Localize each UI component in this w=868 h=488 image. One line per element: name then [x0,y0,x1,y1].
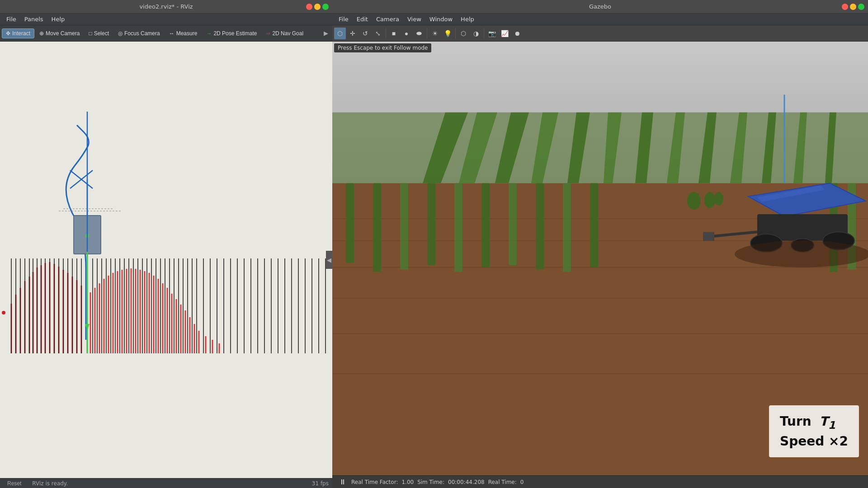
gz-translate-tool[interactable]: ✛ [347,28,359,39]
move-camera-icon: ⊕ [39,30,44,37]
measure-label: Measure [176,30,198,37]
gazebo-menu-file[interactable]: File [335,15,352,23]
tool-interact[interactable]: ✥ Interact [2,28,34,38]
rviz-menu-help[interactable]: Help [48,15,69,23]
overlay-turn-line: Turn T1 [780,413,848,432]
rviz-max-btn[interactable] [322,4,329,10]
gazebo-title-bar: Gazebo [332,0,868,14]
tool-move-camera[interactable]: ⊕ Move Camera [35,28,84,38]
overlay-speed-line: Speed ×2 [780,432,848,450]
gz-light-tool[interactable]: 💡 [442,28,453,39]
svg-rect-141 [346,183,354,263]
real-time-value: 0 [520,479,524,485]
select-icon: □ [89,30,92,37]
gz-record-tool[interactable]: ⏺ [511,28,523,39]
toolbar-expand-arrow[interactable]: ▶ [321,28,330,38]
rviz-toggle-panel[interactable]: ◀ [326,251,332,269]
real-time-factor-label: Real Time Factor: [351,479,398,485]
gazebo-menu-bar: File Edit Camera View Window Help [332,14,868,25]
turn-speed-overlay: Turn T1 Speed ×2 [769,405,859,457]
gazebo-menu-edit[interactable]: Edit [353,15,372,23]
rviz-win-controls [306,4,329,10]
gazebo-toolbar: ⬡ ✛ ↺ ⤡ ■ ● ⬬ ☀ 💡 ⬡ ◑ 📷 📈 ⏺ [332,25,868,42]
tool-focus-camera[interactable]: ◎ Focus Camera [114,28,164,38]
nav-goal-label: 2D Nav Goal [272,30,303,37]
gazebo-menu-view[interactable]: View [404,15,425,23]
interact-label: Interact [12,30,30,37]
rviz-status-bar: Reset RViz is ready. 31 fps [0,478,332,488]
gz-cylinder-tool[interactable]: ⬬ [413,28,425,39]
sim-time-label: Sim Time: [417,479,444,485]
svg-point-118 [2,311,5,314]
gz-sun-tool[interactable]: ☀ [429,28,441,39]
overlay-turn-label: Turn [780,414,811,429]
tool-pose-estimate[interactable]: → 2D Pose Estimate [202,28,261,38]
tool-select[interactable]: □ Select [85,28,113,38]
rviz-viewport[interactable]: ◀ [0,42,332,478]
gazebo-close-btn[interactable] [842,4,848,10]
gz-sep1 [386,28,386,39]
gz-scale-tool[interactable]: ⤡ [372,28,384,39]
rviz-menu-bar: File Panels Help [0,14,332,25]
rviz-min-btn[interactable] [314,4,321,10]
svg-rect-147 [509,183,517,265]
pose-estimate-icon: → [206,30,212,37]
gz-sep2 [427,28,427,39]
real-time-factor-value: 1.00 [401,479,414,485]
svg-point-164 [704,192,715,208]
rviz-close-btn[interactable] [306,4,312,10]
gazebo-status-bar: ⏸ Real Time Factor: 1.00 Sim Time: 00:00… [332,475,868,488]
gazebo-menu-help[interactable]: Help [457,15,478,23]
svg-rect-142 [373,183,381,272]
svg-rect-145 [454,183,462,272]
gazebo-viewport[interactable]: Press Escape to exit Follow mode [332,42,868,475]
pose-estimate-label: 2D Pose Estimate [213,30,257,37]
gz-sphere-tool[interactable]: ● [401,28,412,39]
svg-rect-150 [590,183,598,267]
svg-rect-144 [427,183,435,265]
gz-plot-tool[interactable]: 📈 [499,28,510,39]
rviz-svg [0,42,332,367]
gz-rotate-tool[interactable]: ↺ [359,28,371,39]
gz-sep4 [484,28,484,39]
svg-rect-143 [400,183,408,269]
svg-rect-149 [563,183,571,272]
gazebo-max-btn[interactable] [858,4,864,10]
gazebo-window: Gazebo File Edit Camera View Window Help… [332,0,868,488]
gazebo-min-btn[interactable] [850,4,856,10]
focus-camera-label: Focus Camera [124,30,160,37]
real-time-label: Real Time: [488,479,517,485]
svg-point-165 [714,192,723,205]
gazebo-win-controls [842,4,864,10]
gz-box-tool[interactable]: ■ [388,28,400,39]
select-label: Select [94,30,109,37]
gz-shadows-tool[interactable]: ◑ [470,28,482,39]
measure-icon: ↔ [169,30,175,37]
gazebo-menu-window[interactable]: Window [426,15,456,23]
rviz-window: video2.rviz* - RViz File Panels Help ✥ I… [0,0,332,488]
gazebo-menu-camera[interactable]: Camera [373,15,403,23]
rviz-menu-panels[interactable]: Panels [21,15,47,23]
svg-point-162 [735,241,868,267]
svg-rect-120 [332,113,868,183]
svg-rect-146 [481,183,490,267]
rviz-fps: 31 fps [312,480,329,487]
rviz-menu-file[interactable]: File [3,15,20,23]
overlay-t1-label: T1 [820,414,835,429]
gz-select-tool[interactable]: ⬡ [334,28,346,39]
move-camera-label: Move Camera [46,30,80,37]
nav-goal-icon: ⇒ [266,30,270,37]
rviz-title-bar: video2.rviz* - RViz [0,0,332,14]
interact-icon: ✥ [6,30,10,37]
tool-nav-goal[interactable]: ⇒ 2D Nav Goal [262,28,307,38]
gz-sep3 [455,28,456,39]
escape-hint: Press Escape to exit Follow mode [334,43,431,52]
tool-measure[interactable]: ↔ Measure [165,28,202,38]
focus-camera-icon: ◎ [118,30,123,37]
gz-screenshot-tool[interactable]: 📷 [486,28,498,39]
sim-time-value: 00:00:44.208 [448,479,485,485]
gazebo-pause-button[interactable]: ⏸ [338,477,348,487]
rviz-title: video2.rviz* - RViz [139,3,193,10]
gz-wireframe-tool[interactable]: ⬡ [458,28,469,39]
reset-button[interactable]: Reset [4,479,25,488]
